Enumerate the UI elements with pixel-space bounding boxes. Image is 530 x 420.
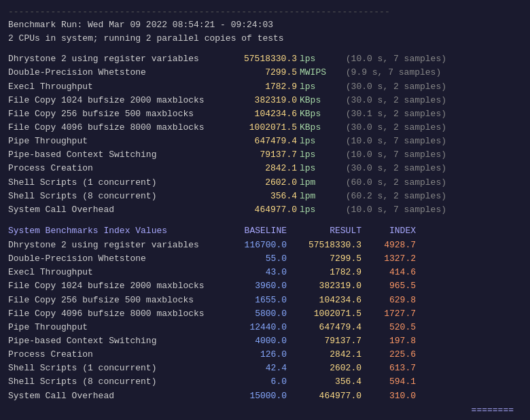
ir-name: Shell Scripts (1 concurrent) [8,362,219,375]
ir-baseline: 4000.0 [219,334,287,348]
bench-name: Double-Precision Whetstone [8,66,219,80]
ir-name: Pipe Throughput [8,321,219,334]
ir-name: File Copy 1024 bufsize 2000 maxblocks [8,279,219,293]
bench-unit: lps [300,203,340,217]
bench-unit: lps [300,162,340,175]
ir-result: 356.4 [287,375,361,389]
benchmark-row: System Call Overhead464977.0lps (10.0 s,… [8,203,522,217]
ir-name: Execl Throughput [8,266,219,279]
bench-name: Execl Throughput [8,80,219,94]
index-row: Process Creation126.02842.1225.6 [8,348,522,362]
bench-name: File Copy 4096 bufsize 8000 maxblocks [8,121,219,135]
bench-name: Pipe-based Context Switching [8,148,219,162]
bench-meta: (60.0 s, 2 samples) [340,176,446,190]
bench-unit: lps [300,135,340,148]
ir-baseline: 126.0 [219,348,287,362]
ir-index: 613.7 [361,362,416,375]
bench-name: File Copy 256 bufsize 500 maxblocks [8,107,219,121]
bench-meta: (30.0 s, 2 samples) [340,121,446,135]
ir-index: 1327.2 [361,252,416,266]
bench-value: 7299.5 [219,66,297,80]
bench-value: 104234.6 [219,107,297,121]
ir-result: 79137.7 [287,334,361,348]
ir-baseline: 6.0 [219,375,287,389]
th-index: INDEX [361,224,416,239]
header-line1: Benchmark Run: Wed Mar 09 2022 08:54:21 … [8,18,522,32]
bench-name: Shell Scripts (1 concurrent) [8,176,219,190]
benchmark-row: File Copy 1024 bufsize 2000 maxblocks382… [8,94,522,107]
index-row: Pipe Throughput12440.0647479.4520.5 [8,321,522,334]
ir-result: 1782.9 [287,266,361,279]
bench-name: Process Creation [8,162,219,175]
ir-index: 520.5 [361,321,416,334]
ir-name: Process Creation [8,348,219,362]
th-result: RESULT [287,224,361,239]
bench-name: Dhrystone 2 using register variables [8,52,219,66]
ir-result: 647479.4 [287,321,361,334]
benchmark-row: File Copy 4096 bufsize 8000 maxblocks100… [8,121,522,135]
ir-baseline: 1655.0 [219,294,287,307]
bench-unit: lps [300,80,340,94]
bench-unit: lps [300,52,340,66]
ir-baseline: 116700.0 [219,239,287,252]
ir-result: 104234.6 [287,294,361,307]
bench-meta: (30.0 s, 2 samples) [340,80,446,94]
index-row: Dhrystone 2 using register variables1167… [8,239,522,252]
bench-meta: (10.0 s, 7 samples) [340,52,446,66]
ir-index: 965.5 [361,279,416,293]
ir-name: System Call Overhead [8,389,219,403]
bench-value: 57518330.3 [219,52,297,66]
bench-unit: lps [300,148,340,162]
benchmark-row: Dhrystone 2 using register variables5751… [8,52,522,66]
bench-meta: (30.0 s, 2 samples) [340,162,446,175]
ir-baseline: 12440.0 [219,321,287,334]
bench-value: 356.4 [219,190,297,203]
bench-meta: (60.2 s, 2 samples) [340,190,446,203]
ir-name: File Copy 4096 bufsize 8000 maxblocks [8,307,219,321]
bench-value: 2602.0 [219,176,297,190]
ir-index: 594.1 [361,375,416,389]
benchmark-row: Pipe Throughput647479.4lps (10.0 s, 7 sa… [8,135,522,148]
ir-index: 4928.7 [361,239,416,252]
ir-index: 310.0 [361,389,416,403]
equals-line: ======== [8,403,522,418]
header-line2: 2 CPUs in system; running 2 parallel cop… [8,32,522,46]
ir-name: Dhrystone 2 using register variables [8,239,219,252]
ir-index: 225.6 [361,348,416,362]
bench-name: Shell Scripts (8 concurrent) [8,190,219,203]
bench-meta: (9.9 s, 7 samples) [340,66,441,80]
ir-name: Shell Scripts (8 concurrent) [8,375,219,389]
bench-value: 1002071.5 [219,121,297,135]
ir-name: Pipe-based Context Switching [8,334,219,348]
ir-index: 197.8 [361,334,416,348]
ir-result: 7299.5 [287,252,361,266]
th-name: System Benchmarks Index Values [8,224,219,239]
bench-unit: lpm [300,176,340,190]
ir-baseline: 15000.0 [219,389,287,403]
benchmark-row: File Copy 256 bufsize 500 maxblocks10423… [8,107,522,121]
bench-name: Pipe Throughput [8,135,219,148]
bench-value: 2842.1 [219,162,297,175]
bench-value: 464977.0 [219,203,297,217]
bench-unit: KBps [300,121,340,135]
benchmark-row: Pipe-based Context Switching79137.7lps (… [8,148,522,162]
bench-unit: lpm [300,190,340,203]
bench-meta: (10.0 s, 7 samples) [340,203,446,217]
ir-index: 629.8 [361,294,416,307]
bench-value: 79137.7 [219,148,297,162]
benchmark-row: Double-Precision Whetstone7299.5MWIPS (9… [8,66,522,80]
bench-meta: (10.0 s, 7 samples) [340,135,446,148]
th-baseline: BASELINE [219,224,287,239]
table-header-row: System Benchmarks Index ValuesBASELINERE… [8,224,522,239]
bench-meta: (30.0 s, 2 samples) [340,94,446,107]
bench-value: 1782.9 [219,80,297,94]
ir-result: 464977.0 [287,389,361,403]
bench-unit: KBps [300,94,340,107]
ir-baseline: 43.0 [219,266,287,279]
index-row: Shell Scripts (1 concurrent)42.42602.061… [8,362,522,375]
index-row: File Copy 4096 bufsize 8000 maxblocks580… [8,307,522,321]
ir-baseline: 55.0 [219,252,287,266]
ir-result: 382319.0 [287,279,361,293]
ir-baseline: 5800.0 [219,307,287,321]
ir-index: 1727.7 [361,307,416,321]
